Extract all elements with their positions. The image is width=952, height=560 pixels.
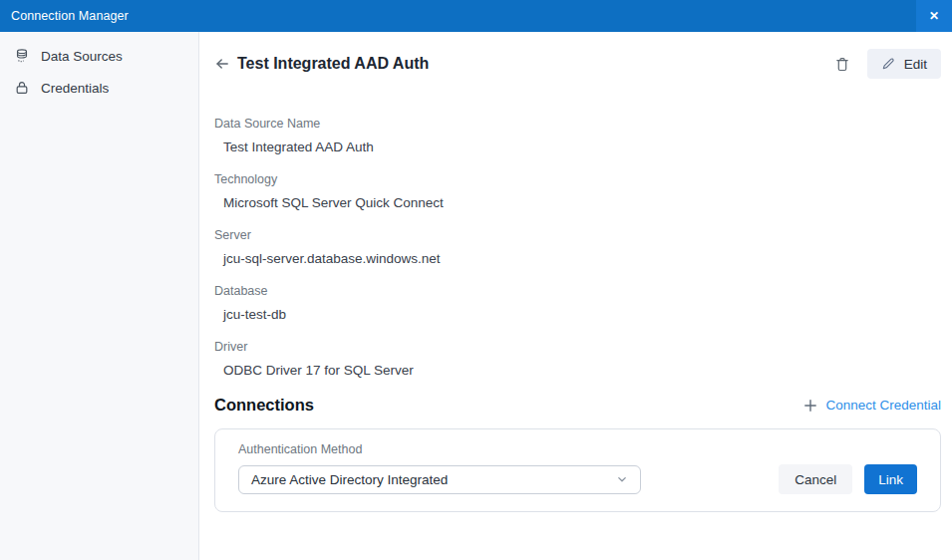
field-label: Technology [214,172,941,186]
field-label: Driver [214,340,941,354]
field-value: jcu-sql-server.database.windows.net [223,251,941,266]
plus-icon [803,399,817,413]
auth-method-select[interactable]: Azure Active Directory Integrated [238,465,641,494]
sidebar-item-data-sources[interactable]: Data Sources [0,40,198,72]
field-label: Database [214,284,941,298]
cancel-button[interactable]: Cancel [779,464,852,494]
close-icon: ✕ [929,9,939,23]
field-label: Data Source Name [214,117,941,131]
connections-title: Connections [214,396,314,415]
field-value: ODBC Driver 17 for SQL Server [223,363,941,378]
field-list: Data Source Name Test Integrated AAD Aut… [214,117,941,378]
sidebar-item-label: Credentials [41,81,109,96]
page-title: Test Integrated AAD Auth [237,55,429,73]
lock-icon [14,80,30,96]
connect-credential-label: Connect Credential [825,398,941,413]
card-buttons: Cancel Link [779,464,917,494]
link-button[interactable]: Link [864,464,917,494]
sidebar-item-label: Data Sources [41,49,123,64]
sidebar: Data Sources Credentials [0,32,199,560]
field-driver: Driver ODBC Driver 17 for SQL Server [214,340,941,378]
edit-button[interactable]: Edit [867,49,941,79]
connection-card: Authentication Method Azure Active Direc… [214,428,941,512]
window-title: Connection Manager [0,9,129,23]
main-panel: Test Integrated AAD Auth Edit [199,32,952,560]
auth-method-label: Authentication Method [238,442,917,456]
card-row: Azure Active Directory Integrated Cancel… [238,464,917,494]
field-value: jcu-test-db [223,307,941,322]
delete-button[interactable] [834,56,850,73]
app-body: Data Sources Credentials Test Integrated… [0,32,952,560]
back-button[interactable] [214,56,230,72]
field-value: Microsoft SQL Server Quick Connect [223,195,941,210]
pencil-icon [881,57,895,71]
database-icon [14,48,30,64]
chevron-down-icon [616,473,628,485]
field-database: Database jcu-test-db [214,284,941,322]
back-arrow-icon [214,56,230,72]
trash-icon [834,56,850,73]
edit-button-label: Edit [904,57,927,72]
titlebar: Connection Manager ✕ [0,0,952,32]
connections-header: Connections Connect Credential [214,396,941,415]
field-label: Server [214,228,941,242]
detail-header: Test Integrated AAD Auth Edit [214,49,941,79]
field-value: Test Integrated AAD Auth [223,140,941,154]
header-actions: Edit [834,49,941,79]
field-server: Server jcu-sql-server.database.windows.n… [214,228,941,266]
field-data-source-name: Data Source Name Test Integrated AAD Aut… [214,117,941,154]
connect-credential-button[interactable]: Connect Credential [803,398,941,413]
field-technology: Technology Microsoft SQL Server Quick Co… [214,172,941,210]
auth-method-selected-value: Azure Active Directory Integrated [251,472,448,487]
close-button[interactable]: ✕ [916,0,952,32]
sidebar-item-credentials[interactable]: Credentials [0,72,198,104]
